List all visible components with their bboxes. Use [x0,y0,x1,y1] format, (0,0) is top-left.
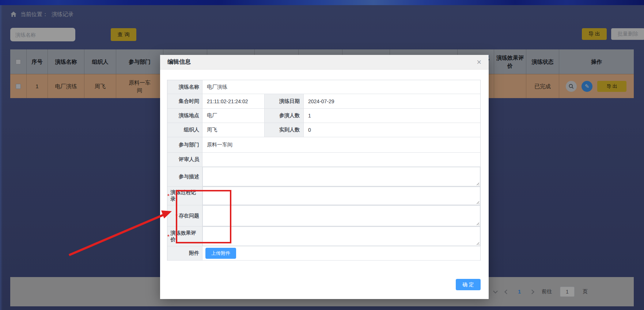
field-label-description: 参与描述 [167,167,202,186]
close-icon[interactable]: × [477,58,481,66]
field-label-drill-date: 演练日期 [264,94,304,108]
field-label-drill-place: 演练地点 [167,109,202,123]
field-label-assembly-time: 集合时间 [167,94,202,108]
field-label-problems: * 存在问题 [167,205,202,226]
field-label-drill-name: 演练名称 [167,80,202,94]
required-mark: * [167,234,169,239]
required-mark: * [176,213,178,219]
field-label-participants: 参演人数 [264,109,304,123]
field-label-process-record: * 演练过程记录 [167,187,202,205]
problems-textarea[interactable] [202,205,480,226]
participants-value[interactable]: 1 [304,109,480,123]
field-label-organizer: 组织人 [167,123,202,137]
field-label-reviewers: 评审人员 [167,153,202,167]
reviewers-value[interactable] [202,153,480,167]
department-value[interactable]: 原料一车间 [202,137,480,152]
dialog-body: 演练名称 电厂演练 集合时间 21:11:02-21:24:02 演练日期 20… [160,70,489,261]
field-label-attachment: 附件 [167,246,202,260]
organizer-value[interactable]: 周飞 [202,123,264,137]
upload-attachment-button[interactable]: 上传附件 [205,248,236,259]
edit-info-dialog: 编辑信息 × 演练名称 电厂演练 集合时间 21:11:02-21:24:02 … [160,55,489,299]
description-textarea[interactable] [202,167,480,186]
field-label-actual-count: 实到人数 [264,123,304,137]
assembly-time-value[interactable]: 21:11:02-21:24:02 [202,94,264,108]
actual-count-value[interactable]: 0 [304,123,480,137]
app-screen: 当前位置： 演练记录 查询 导出 批量删除 序号 演练名称 组织人 参与部门 演… [0,0,644,310]
process-record-textarea[interactable] [202,187,480,205]
field-label-department: 参与部门 [167,137,202,152]
edit-form: 演练名称 电厂演练 集合时间 21:11:02-21:24:02 演练日期 20… [167,80,481,261]
dialog-title: 编辑信息 [167,58,191,66]
confirm-button[interactable]: 确定 [456,279,481,290]
effect-eval-textarea[interactable] [202,227,480,246]
drill-name-value[interactable]: 电厂演练 [202,80,480,94]
drill-date-value[interactable]: 2024-07-29 [304,94,480,108]
required-mark: * [167,193,169,199]
dialog-header: 编辑信息 × [160,55,489,70]
field-label-effect-eval: * 演练效果评价 [167,227,202,246]
drill-place-value[interactable]: 电厂 [202,109,264,123]
